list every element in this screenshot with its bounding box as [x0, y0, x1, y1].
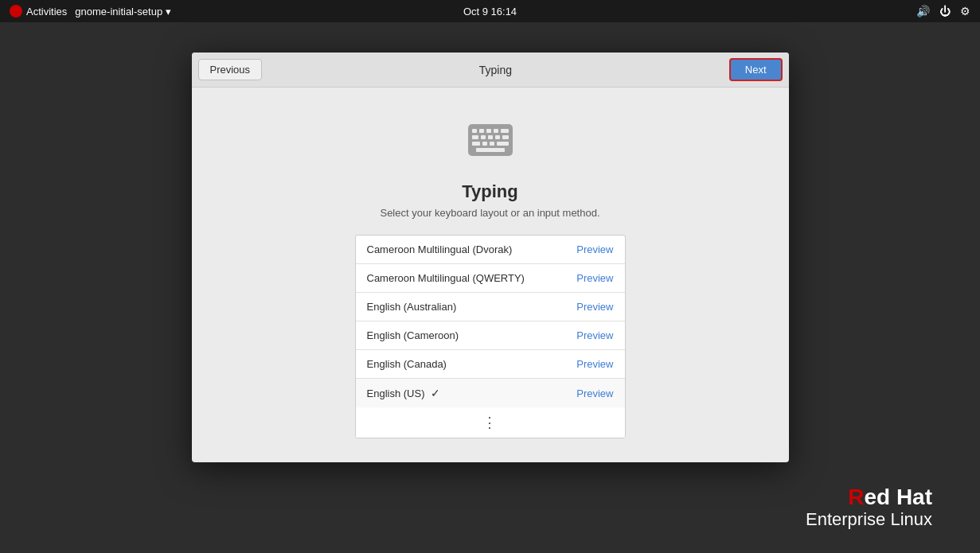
redhat-brand-top: Red Hat	[806, 485, 932, 510]
layout-row-left-english-cameroon: English (Cameroon)	[367, 329, 459, 341]
redhat-hat-text: R	[848, 485, 864, 509]
keyboard-icon	[463, 113, 517, 167]
previous-button[interactable]: Previous	[198, 59, 263, 80]
svg-rect-13	[490, 142, 494, 146]
svg-rect-6	[472, 135, 478, 139]
layout-row-left-cameroon-qwerty: Cameroon Multilingual (QWERTY)	[367, 272, 525, 284]
more-button[interactable]: ⋮	[356, 407, 625, 438]
app-menu-chevron-icon: ▾	[166, 6, 171, 18]
layout-row-left-english-us: English (US)✓	[367, 387, 444, 399]
layout-row-cameroon-dvorak[interactable]: Cameroon Multilingual (Dvorak)Preview	[356, 236, 625, 264]
keyboard-icon-wrap	[462, 111, 519, 169]
svg-rect-3	[486, 129, 491, 133]
layout-label-english-us: English (US)	[367, 387, 425, 399]
redhat-brand-bottom: Enterprise Linux	[806, 510, 932, 529]
app-menu-label: gnome-initial-setup	[75, 6, 162, 18]
dialog-body: Typing Select your keyboard layout or an…	[192, 88, 789, 462]
layout-row-english-canada[interactable]: English (Canada)Preview	[356, 350, 625, 379]
layout-row-left-english-canada: English (Canada)	[367, 358, 447, 370]
datetime-label: Oct 9 16:14	[463, 6, 517, 18]
layout-row-english-australian[interactable]: English (Australian)Preview	[356, 293, 625, 321]
layout-rows-container: Cameroon Multilingual (Dvorak)PreviewCam…	[356, 236, 625, 407]
app-menu-button[interactable]: gnome-initial-setup ▾	[75, 6, 171, 18]
activities-label: Activities	[26, 6, 67, 18]
page-title: Typing	[462, 181, 517, 202]
svg-rect-1	[472, 129, 477, 133]
preview-link-english-australian[interactable]: Preview	[576, 301, 613, 313]
layout-row-cameroon-qwerty[interactable]: Cameroon Multilingual (QWERTY)Preview	[356, 264, 625, 293]
layout-row-left-english-australian: English (Australian)	[367, 301, 457, 313]
main-content: Previous Typing Next	[0, 22, 980, 553]
svg-rect-16	[476, 148, 505, 152]
next-button[interactable]: Next	[729, 58, 783, 81]
layout-row-english-cameroon[interactable]: English (Cameroon)Preview	[356, 321, 625, 350]
power-icon[interactable]: ⏻	[939, 5, 951, 18]
preview-link-english-cameroon[interactable]: Preview	[576, 329, 613, 341]
svg-rect-15	[501, 142, 509, 146]
preview-link-cameroon-qwerty[interactable]: Preview	[576, 272, 613, 284]
svg-rect-4	[494, 129, 498, 133]
svg-rect-11	[472, 142, 480, 146]
topbar-datetime: Oct 9 16:14	[463, 6, 517, 18]
svg-rect-9	[495, 135, 500, 139]
topbar: Activities gnome-initial-setup ▾ Oct 9 1…	[0, 0, 980, 22]
dialog-header: Previous Typing Next	[192, 53, 789, 88]
preview-link-english-us[interactable]: Preview	[576, 387, 613, 399]
preview-link-cameroon-dvorak[interactable]: Preview	[576, 243, 613, 255]
layout-row-left-cameroon-dvorak: Cameroon Multilingual (Dvorak)	[367, 243, 513, 255]
topbar-right: 🔊 ⏻ ⚙	[916, 5, 970, 18]
redhat-top-text: ed Hat	[864, 485, 932, 509]
redhat-branding: Red Hat Enterprise Linux	[806, 485, 932, 529]
activities-icon	[10, 5, 22, 18]
setup-dialog: Previous Typing Next	[192, 53, 789, 462]
topbar-left: Activities gnome-initial-setup ▾	[10, 5, 171, 18]
layout-label-cameroon-dvorak: Cameroon Multilingual (Dvorak)	[367, 243, 513, 255]
activities-button[interactable]: Activities	[10, 5, 67, 18]
dialog-header-title: Typing	[479, 64, 512, 76]
layout-list: Cameroon Multilingual (Dvorak)PreviewCam…	[355, 235, 626, 438]
svg-rect-2	[479, 129, 484, 133]
settings-icon[interactable]: ⚙	[960, 5, 970, 18]
page-subtitle: Select your keyboard layout or an input …	[380, 207, 599, 219]
layout-row-english-us[interactable]: English (US)✓Preview	[356, 379, 625, 407]
checkmark-icon-english-us: ✓	[431, 387, 443, 399]
volume-icon[interactable]: 🔊	[916, 5, 930, 18]
svg-rect-12	[482, 142, 487, 146]
layout-label-cameroon-qwerty: Cameroon Multilingual (QWERTY)	[367, 272, 525, 284]
layout-label-english-cameroon: English (Cameroon)	[367, 329, 459, 341]
svg-rect-7	[481, 135, 486, 139]
preview-link-english-canada[interactable]: Preview	[576, 358, 613, 370]
layout-label-english-canada: English (Canada)	[367, 358, 447, 370]
svg-rect-10	[502, 135, 509, 139]
svg-rect-5	[501, 129, 509, 133]
layout-label-english-australian: English (Australian)	[367, 301, 457, 313]
svg-rect-8	[488, 135, 493, 139]
more-dots-icon: ⋮	[482, 414, 498, 431]
